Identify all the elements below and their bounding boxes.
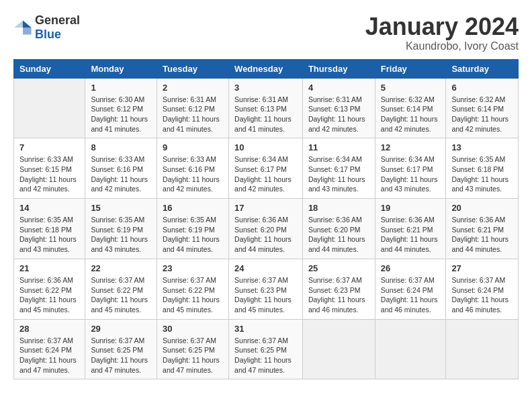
calendar-day-header: Saturday xyxy=(446,59,519,78)
calendar-day-cell: 30 Sunrise: 6:37 AMSunset: 6:25 PMDaylig… xyxy=(157,319,229,379)
day-info: Sunrise: 6:31 AMSunset: 6:13 PMDaylight:… xyxy=(234,95,292,133)
day-info: Sunrise: 6:37 AMSunset: 6:25 PMDaylight:… xyxy=(91,336,148,374)
calendar-day-cell: 5 Sunrise: 6:32 AMSunset: 6:14 PMDayligh… xyxy=(375,78,446,138)
calendar-body: 1 Sunrise: 6:30 AMSunset: 6:12 PMDayligh… xyxy=(14,78,519,379)
calendar-day-cell: 24 Sunrise: 6:37 AMSunset: 6:23 PMDaylig… xyxy=(229,259,303,319)
day-number: 3 xyxy=(234,83,297,93)
day-number: 17 xyxy=(234,203,297,213)
calendar-week-row: 7 Sunrise: 6:33 AMSunset: 6:15 PMDayligh… xyxy=(14,138,519,199)
calendar-day-cell: 19 Sunrise: 6:36 AMSunset: 6:21 PMDaylig… xyxy=(375,199,446,259)
calendar-day-cell: 17 Sunrise: 6:36 AMSunset: 6:20 PMDaylig… xyxy=(229,199,303,259)
calendar-day-header: Monday xyxy=(85,59,157,78)
day-info: Sunrise: 6:33 AMSunset: 6:16 PMDaylight:… xyxy=(91,155,148,193)
day-info: Sunrise: 6:36 AMSunset: 6:20 PMDaylight:… xyxy=(308,216,365,253)
calendar-week-row: 1 Sunrise: 6:30 AMSunset: 6:12 PMDayligh… xyxy=(14,78,519,138)
day-info: Sunrise: 6:34 AMSunset: 6:17 PMDaylight:… xyxy=(381,155,438,193)
svg-marker-0 xyxy=(23,21,32,28)
calendar-day-header: Thursday xyxy=(302,59,375,78)
logo-general: General xyxy=(35,13,80,27)
day-number: 11 xyxy=(308,142,369,152)
day-info: Sunrise: 6:36 AMSunset: 6:21 PMDaylight:… xyxy=(381,216,438,253)
logo: General Blue xyxy=(13,13,80,42)
calendar-week-row: 21 Sunrise: 6:36 AMSunset: 6:22 PMDaylig… xyxy=(14,259,519,319)
calendar-day-cell: 28 Sunrise: 6:37 AMSunset: 6:24 PMDaylig… xyxy=(14,319,85,379)
calendar-day-cell: 21 Sunrise: 6:36 AMSunset: 6:22 PMDaylig… xyxy=(14,259,85,319)
day-number: 4 xyxy=(308,83,369,93)
day-info: Sunrise: 6:33 AMSunset: 6:15 PMDaylight:… xyxy=(19,155,77,193)
day-number: 26 xyxy=(381,263,441,273)
calendar-table: SundayMondayTuesdayWednesdayThursdayFrid… xyxy=(13,59,519,380)
day-info: Sunrise: 6:37 AMSunset: 6:25 PMDaylight:… xyxy=(234,336,292,374)
day-info: Sunrise: 6:36 AMSunset: 6:22 PMDaylight:… xyxy=(19,276,77,314)
calendar-week-row: 14 Sunrise: 6:35 AMSunset: 6:18 PMDaylig… xyxy=(14,199,519,259)
calendar-day-cell: 12 Sunrise: 6:34 AMSunset: 6:17 PMDaylig… xyxy=(375,138,446,199)
calendar-day-cell: 27 Sunrise: 6:37 AMSunset: 6:24 PMDaylig… xyxy=(446,259,519,319)
day-number: 12 xyxy=(381,142,441,152)
calendar-day-header: Friday xyxy=(375,59,446,78)
svg-marker-1 xyxy=(23,28,32,35)
day-number: 9 xyxy=(163,142,223,152)
day-number: 19 xyxy=(381,203,441,213)
day-info: Sunrise: 6:32 AMSunset: 6:14 PMDaylight:… xyxy=(381,95,438,133)
day-info: Sunrise: 6:33 AMSunset: 6:16 PMDaylight:… xyxy=(163,155,220,193)
svg-marker-2 xyxy=(14,21,23,28)
calendar-day-cell xyxy=(375,319,446,379)
calendar-day-cell: 10 Sunrise: 6:34 AMSunset: 6:17 PMDaylig… xyxy=(229,138,303,199)
day-number: 31 xyxy=(234,324,297,334)
calendar-day-cell: 8 Sunrise: 6:33 AMSunset: 6:16 PMDayligh… xyxy=(85,138,157,199)
day-number: 6 xyxy=(451,83,513,93)
day-info: Sunrise: 6:35 AMSunset: 6:18 PMDaylight:… xyxy=(451,155,508,193)
month-title: January 2024 xyxy=(365,13,519,40)
logo-blue: Blue xyxy=(35,28,61,41)
day-info: Sunrise: 6:37 AMSunset: 6:23 PMDaylight:… xyxy=(308,276,365,314)
calendar-day-cell: 31 Sunrise: 6:37 AMSunset: 6:25 PMDaylig… xyxy=(229,319,303,379)
calendar-day-header: Sunday xyxy=(14,59,85,78)
day-number: 13 xyxy=(451,142,513,152)
day-info: Sunrise: 6:37 AMSunset: 6:24 PMDaylight:… xyxy=(19,336,77,374)
calendar-day-cell: 9 Sunrise: 6:33 AMSunset: 6:16 PMDayligh… xyxy=(157,138,229,199)
calendar-day-cell: 25 Sunrise: 6:37 AMSunset: 6:23 PMDaylig… xyxy=(302,259,375,319)
page-header: General Blue January 2024 Kaundrobo, Ivo… xyxy=(13,13,519,52)
day-number: 1 xyxy=(91,83,151,93)
day-number: 28 xyxy=(19,324,79,334)
day-info: Sunrise: 6:32 AMSunset: 6:14 PMDaylight:… xyxy=(451,95,508,133)
calendar-week-row: 28 Sunrise: 6:37 AMSunset: 6:24 PMDaylig… xyxy=(14,319,519,379)
day-info: Sunrise: 6:31 AMSunset: 6:13 PMDaylight:… xyxy=(308,95,365,133)
day-number: 24 xyxy=(234,263,297,273)
day-info: Sunrise: 6:36 AMSunset: 6:20 PMDaylight:… xyxy=(234,216,292,253)
logo-text: General Blue xyxy=(35,13,80,42)
day-info: Sunrise: 6:35 AMSunset: 6:19 PMDaylight:… xyxy=(163,216,220,253)
day-number: 15 xyxy=(91,203,151,213)
day-info: Sunrise: 6:37 AMSunset: 6:22 PMDaylight:… xyxy=(163,276,220,314)
day-info: Sunrise: 6:30 AMSunset: 6:12 PMDaylight:… xyxy=(91,95,148,133)
calendar-day-cell: 6 Sunrise: 6:32 AMSunset: 6:14 PMDayligh… xyxy=(446,78,519,138)
day-info: Sunrise: 6:36 AMSunset: 6:21 PMDaylight:… xyxy=(451,216,508,253)
calendar-day-cell: 22 Sunrise: 6:37 AMSunset: 6:22 PMDaylig… xyxy=(85,259,157,319)
calendar-day-cell xyxy=(14,78,85,138)
day-info: Sunrise: 6:34 AMSunset: 6:17 PMDaylight:… xyxy=(234,155,292,193)
calendar-day-cell: 1 Sunrise: 6:30 AMSunset: 6:12 PMDayligh… xyxy=(85,78,157,138)
day-number: 7 xyxy=(19,142,79,152)
day-info: Sunrise: 6:37 AMSunset: 6:24 PMDaylight:… xyxy=(451,276,508,314)
day-number: 22 xyxy=(91,263,151,273)
day-info: Sunrise: 6:34 AMSunset: 6:17 PMDaylight:… xyxy=(308,155,365,193)
calendar-day-header: Wednesday xyxy=(229,59,303,78)
day-number: 2 xyxy=(163,83,223,93)
calendar-day-cell: 23 Sunrise: 6:37 AMSunset: 6:22 PMDaylig… xyxy=(157,259,229,319)
day-number: 25 xyxy=(308,263,369,273)
day-info: Sunrise: 6:37 AMSunset: 6:22 PMDaylight:… xyxy=(91,276,148,314)
day-number: 14 xyxy=(19,203,79,213)
calendar-day-cell xyxy=(302,319,375,379)
calendar-day-cell: 26 Sunrise: 6:37 AMSunset: 6:24 PMDaylig… xyxy=(375,259,446,319)
calendar-day-cell: 18 Sunrise: 6:36 AMSunset: 6:20 PMDaylig… xyxy=(302,199,375,259)
calendar-day-cell: 14 Sunrise: 6:35 AMSunset: 6:18 PMDaylig… xyxy=(14,199,85,259)
day-info: Sunrise: 6:37 AMSunset: 6:25 PMDaylight:… xyxy=(163,336,220,374)
calendar-day-cell: 15 Sunrise: 6:35 AMSunset: 6:19 PMDaylig… xyxy=(85,199,157,259)
day-info: Sunrise: 6:35 AMSunset: 6:18 PMDaylight:… xyxy=(19,216,77,253)
calendar-day-cell: 7 Sunrise: 6:33 AMSunset: 6:15 PMDayligh… xyxy=(14,138,85,199)
day-number: 8 xyxy=(91,142,151,152)
title-block: January 2024 Kaundrobo, Ivory Coast xyxy=(365,13,519,52)
calendar-day-cell: 13 Sunrise: 6:35 AMSunset: 6:18 PMDaylig… xyxy=(446,138,519,199)
day-info: Sunrise: 6:35 AMSunset: 6:19 PMDaylight:… xyxy=(91,216,148,253)
calendar-day-cell: 20 Sunrise: 6:36 AMSunset: 6:21 PMDaylig… xyxy=(446,199,519,259)
